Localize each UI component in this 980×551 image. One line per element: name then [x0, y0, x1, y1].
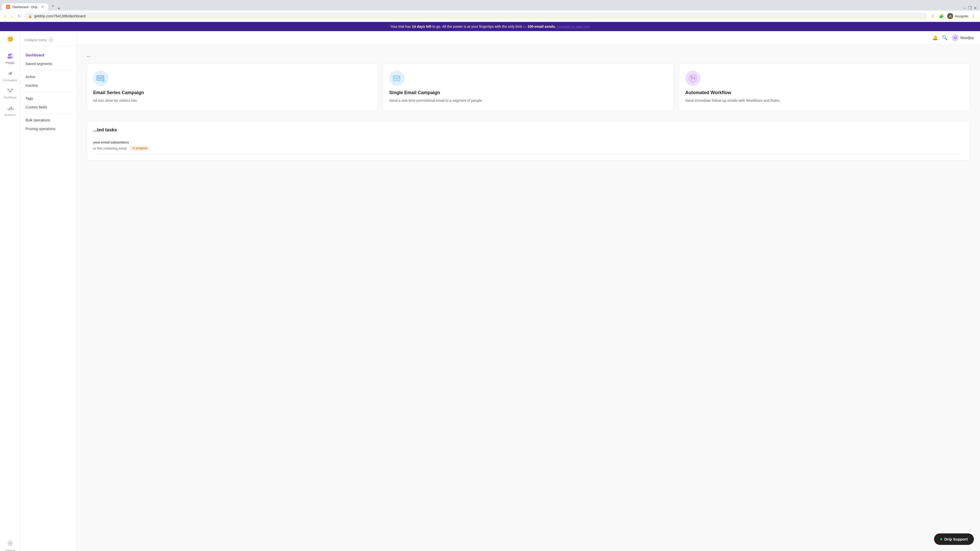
restore-button[interactable]: ❐	[968, 6, 972, 11]
minimize-button[interactable]: ─	[963, 6, 966, 11]
upgrade-link[interactable]: Upgrade to paid now	[557, 24, 590, 29]
tasks-title: ...ted tasks	[93, 127, 963, 133]
nav-divider-1	[24, 70, 72, 70]
sidebar-label-workflows: Workflows	[3, 96, 17, 99]
section-title: ...	[87, 53, 970, 58]
collapse-icon: ⊕	[48, 37, 53, 42]
task-item: your email subscribers ur first marketin…	[93, 137, 963, 154]
collapse-menu-label: Collapse menu	[24, 38, 47, 42]
email-series-desc: nd turn drive-by visitors into	[93, 98, 371, 103]
email-series-icon	[93, 71, 108, 86]
browser-tab-bar: 🙂 Dashboard · Drip ✕ + ▾ ─ ❐ ✕	[0, 0, 980, 11]
new-tab-button[interactable]: +	[49, 2, 57, 11]
incognito-icon: 🕵	[948, 14, 952, 18]
sidebar-label-people: People	[6, 61, 14, 64]
nav-item-pruning-operations[interactable]: Pruning operations	[21, 124, 76, 133]
icon-sidebar: 🙂 People Campaigns	[0, 31, 21, 551]
automated-workflow-desc: Send immediate follow-up emails with Wor…	[685, 98, 963, 103]
svg-rect-14	[11, 106, 12, 110]
svg-point-24	[691, 79, 693, 81]
banner-limit: 100 email sends.	[528, 24, 556, 29]
nav-item-saved-segments[interactable]: Saved segments	[21, 59, 76, 68]
back-button[interactable]: ‹	[3, 13, 7, 19]
svg-point-23	[694, 77, 695, 79]
user-badge[interactable]: M Moodjoy	[952, 34, 974, 41]
tab-dropdown-arrow: ▾	[58, 6, 60, 11]
people-icon	[7, 53, 14, 60]
svg-point-6	[9, 73, 10, 75]
tasks-section: ...ted tasks your email subscribers ur f…	[87, 121, 970, 161]
single-email-card[interactable]: Single Email Campaign Send a one-time pr…	[383, 63, 674, 111]
nav-divider-2	[24, 92, 72, 92]
sidebar-label-settings: Settings	[5, 549, 15, 551]
nav-item-dashboard[interactable]: Dashboard	[21, 51, 76, 59]
drip-logo[interactable]: 🙂	[5, 34, 15, 45]
drip-support-label: Drip Support	[944, 537, 968, 541]
task-sub: ur first marketing email In progress	[93, 146, 963, 151]
active-tab[interactable]: 🙂 Dashboard · Drip ✕	[2, 3, 48, 11]
bookmark-button[interactable]: ☆	[929, 13, 936, 20]
sidebar-label-analytics: Analytics	[4, 113, 16, 116]
svg-rect-12	[8, 109, 9, 110]
nav-item-active[interactable]: Active	[21, 73, 76, 81]
tab-title: Dashboard · Drip	[12, 5, 37, 9]
nav-item-custom-fields[interactable]: Custom fields	[21, 103, 76, 111]
svg-point-18	[102, 79, 105, 82]
svg-point-16	[10, 543, 11, 544]
incognito-label: Incognito	[955, 14, 968, 18]
svg-point-2	[8, 54, 11, 56]
campaigns-icon	[7, 70, 14, 78]
trial-banner: Your trial has 14 days left to go. All t…	[0, 22, 980, 31]
automated-workflow-icon	[685, 71, 700, 86]
forward-button[interactable]: ›	[10, 13, 14, 19]
svg-rect-8	[11, 89, 13, 90]
collapse-menu-button[interactable]: Collapse menu ⊕	[24, 37, 53, 42]
refresh-button[interactable]: ↻	[16, 13, 22, 20]
sub-sidebar: Collapse menu ⊕ Dashboard Saved segments…	[21, 31, 76, 551]
sidebar-item-settings[interactable]: Settings	[1, 538, 19, 551]
url-input[interactable]	[34, 14, 924, 18]
sub-sidebar-nav: Dashboard Saved segments Active Inactive…	[21, 49, 76, 135]
svg-text:🙂: 🙂	[7, 36, 13, 42]
content-area: ... Email Series Campaign nd turn drive-…	[76, 44, 980, 169]
extension-button[interactable]: 🧩	[937, 13, 945, 20]
svg-rect-13	[9, 107, 10, 110]
single-email-desc: Send a one-time promotional email to a s…	[389, 98, 667, 103]
workflows-icon	[7, 88, 14, 95]
svg-point-21	[689, 74, 697, 83]
logo-icon: 🙂	[5, 34, 15, 44]
app-container: 🙂 People Campaigns	[0, 31, 980, 551]
top-bar: 🔔 🔍 M Moodjoy	[76, 31, 980, 44]
lock-icon: 🔒	[28, 14, 32, 18]
analytics-icon	[7, 105, 14, 112]
search-button[interactable]: 🔍	[942, 35, 948, 41]
menu-button[interactable]: ⋮	[970, 13, 977, 20]
browser-chrome: 🙂 Dashboard · Drip ✕ + ▾ ─ ❐ ✕ ‹ › ↻ 🔒 ☆…	[0, 0, 980, 22]
single-email-icon	[389, 71, 404, 86]
close-window-button[interactable]: ✕	[974, 6, 977, 11]
incognito-badge[interactable]: 🕵	[947, 13, 953, 19]
nav-item-tags[interactable]: Tags	[21, 94, 76, 103]
notifications-button[interactable]: 🔔	[932, 35, 938, 41]
sidebar-item-campaigns[interactable]: Campaigns	[1, 68, 19, 84]
drip-support-button[interactable]: Drip Support	[934, 534, 974, 545]
task-badge: In progress	[130, 146, 150, 151]
toolbar-actions: ☆ 🧩 🕵 Incognito ⋮	[929, 13, 977, 20]
address-bar[interactable]: 🔒	[24, 13, 928, 20]
task-text: your email subscribers	[93, 140, 963, 144]
automated-workflow-card[interactable]: Automated Workflow Send immediate follow…	[679, 63, 970, 111]
nav-item-inactive[interactable]: Inactive	[21, 81, 76, 90]
sidebar-item-people[interactable]: People	[1, 51, 19, 67]
sidebar-item-workflows[interactable]: Workflows	[1, 85, 19, 102]
browser-toolbar: ‹ › ↻ 🔒 ☆ 🧩 🕵 Incognito ⋮	[0, 11, 980, 22]
main-content: 🔔 🔍 M Moodjoy ...	[76, 31, 980, 551]
email-series-card[interactable]: Email Series Campaign nd turn drive-by v…	[87, 63, 378, 111]
cards-row: Email Series Campaign nd turn drive-by v…	[87, 63, 970, 111]
favicon: 🙂	[6, 5, 10, 9]
sidebar-item-analytics[interactable]: Analytics	[1, 103, 19, 119]
close-tab-button[interactable]: ✕	[41, 5, 44, 9]
single-email-title: Single Email Campaign	[389, 90, 667, 95]
svg-rect-15	[12, 108, 13, 110]
svg-rect-7	[7, 89, 9, 90]
nav-item-bulk-operations[interactable]: Bulk operations	[21, 116, 76, 124]
